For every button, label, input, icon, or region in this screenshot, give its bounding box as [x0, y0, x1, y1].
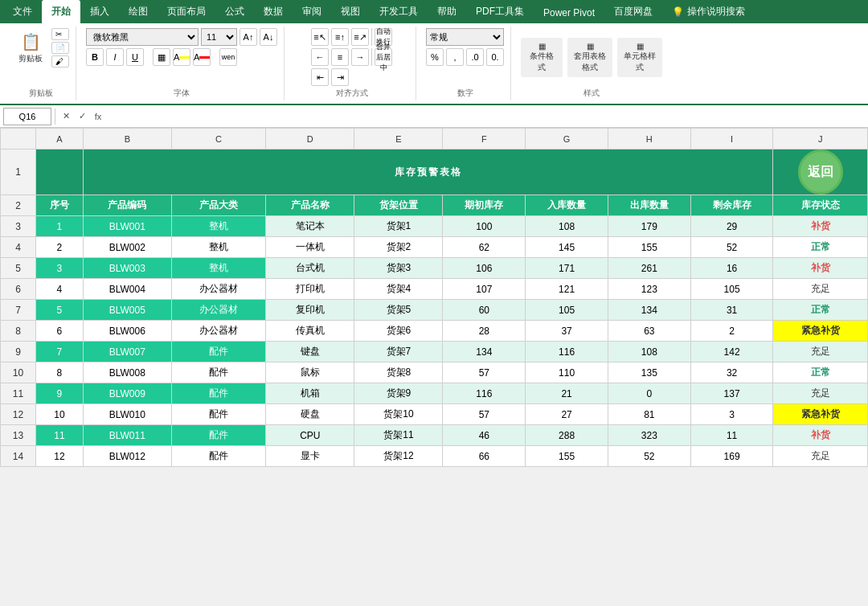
- cell-shelf[interactable]: 货架4: [354, 279, 443, 300]
- cell-initial[interactable]: 107: [443, 279, 526, 300]
- cell-category[interactable]: 配件: [171, 446, 265, 467]
- fill-color-button[interactable]: A: [173, 48, 190, 66]
- cell-name[interactable]: 笔记本: [266, 216, 354, 237]
- cell-shelf[interactable]: 货架3: [354, 258, 443, 279]
- font-name-select[interactable]: 微软雅黑: [86, 28, 199, 46]
- cell-code[interactable]: BLW010: [83, 404, 171, 425]
- cell-shelf[interactable]: 货架7: [354, 342, 443, 362]
- cell-status[interactable]: 补货: [773, 258, 868, 279]
- italic-button[interactable]: I: [106, 48, 124, 66]
- cell-status[interactable]: 充足: [773, 446, 868, 467]
- cell-name[interactable]: 台式机: [266, 258, 354, 279]
- percent-button[interactable]: %: [426, 48, 444, 66]
- table-row[interactable]: 1412BLW012配件显卡货架126615552169充足: [1, 446, 868, 467]
- cell-initial[interactable]: 134: [443, 342, 526, 362]
- tab-baidu[interactable]: 百度网盘: [604, 0, 662, 23]
- formula-input[interactable]: [108, 108, 865, 125]
- cell-out[interactable]: 155: [608, 237, 690, 258]
- cut-button[interactable]: ✂: [51, 28, 69, 40]
- cell-status[interactable]: 正常: [773, 237, 868, 258]
- cell-initial[interactable]: 46: [443, 425, 526, 446]
- cancel-formula-icon[interactable]: ✕: [59, 109, 73, 124]
- cell-code[interactable]: BLW002: [83, 237, 171, 258]
- cell-seq[interactable]: 8: [36, 362, 84, 383]
- cell-seq[interactable]: 12: [36, 446, 84, 467]
- cell-category[interactable]: 整机: [171, 258, 265, 279]
- cell-category[interactable]: 配件: [171, 404, 265, 425]
- cell-category[interactable]: 配件: [171, 362, 265, 383]
- cell-in[interactable]: 288: [526, 425, 608, 446]
- cell-remain[interactable]: 3: [690, 404, 773, 425]
- cell-seq[interactable]: 7: [36, 342, 84, 362]
- cell-in[interactable]: 116: [526, 342, 608, 362]
- cell-code[interactable]: BLW009: [83, 383, 171, 404]
- cell-in[interactable]: 145: [526, 237, 608, 258]
- cell-remain[interactable]: 142: [690, 342, 773, 362]
- cell-code[interactable]: BLW001: [83, 216, 171, 237]
- cell-seq[interactable]: 10: [36, 404, 84, 425]
- cell-code[interactable]: BLW007: [83, 342, 171, 362]
- cell-remain[interactable]: 31: [690, 300, 773, 321]
- cell-out[interactable]: 108: [608, 342, 690, 362]
- conditional-format-button[interactable]: ▦ 条件格式: [521, 38, 563, 77]
- cell-name[interactable]: CPU: [266, 425, 354, 446]
- cell-seq[interactable]: 5: [36, 300, 84, 321]
- table-row[interactable]: 53BLW003整机台式机货架310617126116补货: [1, 258, 868, 279]
- format-painter-button[interactable]: 🖌: [51, 55, 69, 68]
- cell-status[interactable]: 紧急补货: [773, 404, 868, 425]
- cell-out[interactable]: 52: [608, 446, 690, 467]
- cell-in[interactable]: 105: [526, 300, 608, 321]
- cell-status[interactable]: 充足: [773, 279, 868, 300]
- cell-status[interactable]: 补货: [773, 216, 868, 237]
- cell-category[interactable]: 办公器材: [171, 300, 265, 321]
- cell-name[interactable]: 一体机: [266, 237, 354, 258]
- decrease-decimal-button[interactable]: 0.: [486, 48, 504, 66]
- cell-remain[interactable]: 137: [690, 383, 773, 404]
- increase-font-button[interactable]: A↑: [240, 28, 257, 46]
- tab-pdf[interactable]: PDF工具集: [466, 0, 534, 23]
- cell-name[interactable]: 打印机: [266, 279, 354, 300]
- cell-reference-input[interactable]: [3, 108, 51, 125]
- tab-review[interactable]: 审阅: [293, 0, 331, 23]
- cell-remain[interactable]: 29: [690, 216, 773, 237]
- cell-seq[interactable]: 2: [36, 237, 84, 258]
- align-right-button[interactable]: →: [351, 48, 369, 66]
- cell-out[interactable]: 134: [608, 300, 690, 321]
- decrease-font-button[interactable]: A↓: [260, 28, 277, 46]
- cell-category[interactable]: 配件: [171, 342, 265, 362]
- tab-draw[interactable]: 绘图: [119, 0, 158, 23]
- cell-out[interactable]: 323: [608, 425, 690, 446]
- cell-code[interactable]: BLW011: [83, 425, 171, 446]
- cell-initial[interactable]: 66: [443, 446, 526, 467]
- cell-code[interactable]: BLW005: [83, 300, 171, 321]
- cell-initial[interactable]: 62: [443, 237, 526, 258]
- cell-in[interactable]: 110: [526, 362, 608, 383]
- table-row[interactable]: 64BLW004办公器材打印机货架4107121123105充足: [1, 279, 868, 300]
- tab-file[interactable]: 文件: [3, 0, 42, 23]
- cell-in[interactable]: 21: [526, 383, 608, 404]
- wen-button[interactable]: wen: [219, 48, 237, 66]
- cell-style-button[interactable]: ▦ 单元格样式: [617, 38, 662, 77]
- cell-in[interactable]: 27: [526, 404, 608, 425]
- cell-shelf[interactable]: 货架10: [354, 404, 443, 425]
- cell-out[interactable]: 261: [608, 258, 690, 279]
- cell-name[interactable]: 机箱: [266, 383, 354, 404]
- cell-seq[interactable]: 9: [36, 383, 84, 404]
- cell-shelf[interactable]: 货架5: [354, 300, 443, 321]
- cell-initial[interactable]: 116: [443, 383, 526, 404]
- cell-initial[interactable]: 100: [443, 216, 526, 237]
- title-empty-a[interactable]: [36, 149, 84, 195]
- cell-remain[interactable]: 16: [690, 258, 773, 279]
- bold-button[interactable]: B: [86, 48, 104, 66]
- cell-initial[interactable]: 106: [443, 258, 526, 279]
- tab-data[interactable]: 数据: [254, 0, 293, 23]
- paste-button[interactable]: 📋 剪贴板: [13, 28, 48, 68]
- cell-in[interactable]: 155: [526, 446, 608, 467]
- cell-seq[interactable]: 11: [36, 425, 84, 446]
- cell-code[interactable]: BLW004: [83, 279, 171, 300]
- cell-name[interactable]: 复印机: [266, 300, 354, 321]
- decrease-indent-button[interactable]: ⇤: [311, 68, 329, 86]
- tab-developer[interactable]: 开发工具: [370, 0, 428, 23]
- align-top-left-button[interactable]: ≡↖: [311, 28, 329, 46]
- font-size-select[interactable]: 11: [201, 28, 237, 46]
